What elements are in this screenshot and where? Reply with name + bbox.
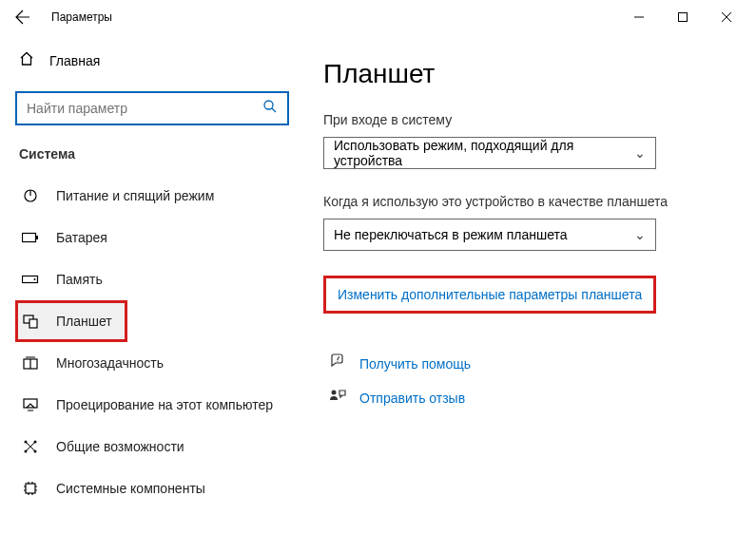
- titlebar: Параметры: [0, 0, 756, 34]
- sidebar-item-storage[interactable]: Память: [15, 258, 289, 300]
- sidebar-item-components[interactable]: Системные компоненты: [15, 467, 289, 509]
- sidebar-item-label: Проецирование на этот компьютер: [56, 397, 273, 412]
- sidebar-item-label: Общие возможности: [56, 439, 184, 454]
- search-icon: [262, 99, 278, 118]
- power-icon: [22, 188, 39, 203]
- maximize-button[interactable]: [661, 2, 705, 32]
- shared-icon: [22, 439, 39, 454]
- get-help-link[interactable]: Получить помощь: [359, 356, 471, 372]
- sidebar-item-label: Системные компоненты: [56, 481, 205, 496]
- svg-rect-8: [29, 319, 37, 328]
- signin-label: При входе в систему: [323, 112, 727, 127]
- projecting-icon: [22, 397, 39, 412]
- tablet-mode-dropdown[interactable]: Не переключаться в режим планшета ⌄: [323, 219, 656, 251]
- extra-tablet-settings-link[interactable]: Изменить дополнительные параметры планше…: [338, 287, 642, 302]
- close-button[interactable]: [705, 2, 748, 32]
- tablet-dropdown-value: Не переключаться в режим планшета: [334, 227, 568, 242]
- svg-point-1: [264, 101, 273, 109]
- multitasking-icon: [22, 355, 39, 371]
- home-icon: [19, 51, 34, 70]
- svg-point-16: [337, 361, 338, 362]
- sidebar-item-tablet[interactable]: Планшет: [15, 300, 127, 342]
- svg-rect-3: [23, 234, 36, 242]
- sidebar-item-label: Питание и спящий режим: [56, 188, 214, 203]
- feedback-icon: [329, 388, 346, 409]
- sidebar-item-power[interactable]: Питание и спящий режим: [15, 175, 289, 217]
- sidebar-item-battery[interactable]: Батарея: [15, 217, 289, 258]
- sidebar-home-label: Главная: [49, 53, 100, 68]
- svg-point-6: [34, 278, 36, 280]
- sidebar-section-header: Система: [15, 146, 289, 162]
- feedback-row[interactable]: Отправить отзыв: [323, 388, 727, 409]
- sidebar-item-label: Память: [56, 272, 103, 287]
- sidebar-item-label: Батарея: [56, 230, 107, 245]
- sidebar-item-shared[interactable]: Общие возможности: [15, 426, 289, 467]
- sidebar: Главная Система Питание и спящий режим Б…: [0, 34, 304, 534]
- svg-point-17: [332, 391, 337, 395]
- tablet-mode-label: Когда я использую это устройство в качес…: [323, 194, 727, 209]
- sidebar-item-label: Многозадачность: [56, 355, 164, 371]
- sidebar-item-label: Планшет: [56, 314, 112, 329]
- svg-rect-4: [36, 236, 38, 239]
- window-title: Параметры: [51, 10, 112, 24]
- extra-tablet-settings-highlight: Изменить дополнительные параметры планше…: [323, 276, 656, 314]
- battery-icon: [22, 232, 39, 243]
- tablet-icon: [22, 314, 39, 329]
- search-box[interactable]: [15, 91, 289, 125]
- sidebar-item-projecting[interactable]: Проецирование на этот компьютер: [15, 384, 289, 426]
- window-controls: [617, 2, 748, 32]
- page-title: Планшет: [323, 59, 727, 89]
- main-content: Планшет При входе в систему Использовать…: [304, 34, 756, 534]
- feedback-link[interactable]: Отправить отзыв: [359, 391, 465, 406]
- sidebar-item-multitasking[interactable]: Многозадачность: [15, 342, 289, 384]
- svg-rect-15: [26, 484, 35, 493]
- minimize-icon: [634, 12, 644, 22]
- back-button[interactable]: [8, 2, 38, 32]
- arrow-left-icon: [15, 10, 30, 25]
- svg-rect-0: [679, 13, 688, 22]
- chevron-down-icon: ⌄: [634, 227, 646, 242]
- chevron-down-icon: ⌄: [634, 145, 646, 161]
- storage-icon: [22, 274, 39, 285]
- minimize-button[interactable]: [617, 2, 661, 32]
- maximize-icon: [678, 12, 688, 22]
- signin-dropdown-value: Использовать режим, подходящий для устро…: [334, 138, 634, 168]
- get-help-row[interactable]: Получить помощь: [323, 353, 727, 374]
- sidebar-home[interactable]: Главная: [15, 44, 289, 78]
- help-icon: [329, 353, 346, 374]
- components-icon: [22, 481, 39, 496]
- close-icon: [722, 12, 731, 22]
- signin-dropdown[interactable]: Использовать режим, подходящий для устро…: [323, 137, 656, 169]
- search-input[interactable]: [27, 101, 262, 116]
